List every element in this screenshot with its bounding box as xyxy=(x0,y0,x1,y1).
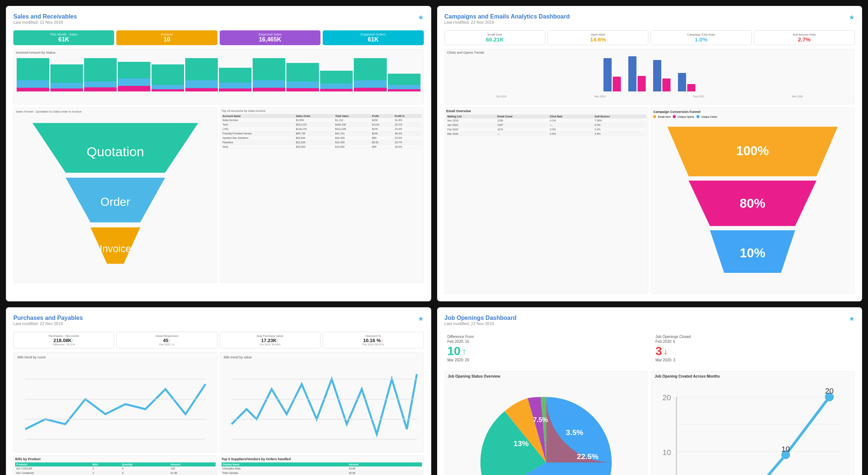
sales-funnel-box: Sales Funnel - Quotation to Sales order … xyxy=(13,107,217,283)
purchases-subtitle: Last modified: 22 Nov 2019 xyxy=(13,321,83,326)
svg-text:20: 20 xyxy=(825,387,834,395)
job-diff-sub-label: Feb 2020: 10 xyxy=(448,339,644,344)
job-closed-sub: Mar 2020: 3 xyxy=(655,358,852,362)
svg-text:22.5%: 22.5% xyxy=(576,452,598,461)
svg-text:Order: Order xyxy=(100,195,130,208)
bar-group xyxy=(286,58,319,91)
svg-text:10: 10 xyxy=(782,445,790,453)
campaigns-stat-0: Email Sent 60.21K xyxy=(445,30,545,45)
bar-group xyxy=(50,58,83,91)
job-diff-metric: Difference From Feb 2020: 10 10 ↑ Mar 20… xyxy=(445,332,647,365)
bar-group xyxy=(354,58,386,91)
table-row: A/C COOLER2422K xyxy=(15,466,216,471)
sales-bar-chart: Invoiced Amount by Status xyxy=(13,49,424,104)
campaigns-bar-chart-inner xyxy=(445,54,855,99)
table-row: LiTec$128,215$101,028$27K24.4% xyxy=(222,127,422,131)
campaigns-subtitle: Last modified: 22 Nov 2019 xyxy=(445,20,570,24)
bar-pair xyxy=(628,56,646,91)
purchases-bottom-row: Bills by Product Products Bills Quantity… xyxy=(13,455,424,475)
svg-text:20: 20 xyxy=(663,393,671,402)
bar-group xyxy=(118,58,150,91)
bar-group xyxy=(185,58,218,91)
job-diff-label: Difference From xyxy=(448,335,644,339)
table-row: Mar 2020—0.5%4.8% xyxy=(446,132,647,136)
table-row: Feb 202010740.3%0.2% xyxy=(446,127,647,132)
sales-chart-label: Invoiced Amount by Status xyxy=(14,49,423,54)
campaigns-bar-chart: Clicks and Opens Trends Oct 2019 Nov 201… xyxy=(445,49,855,104)
purchases-metrics-row: Purchases - this month 218.08K↑ Differen… xyxy=(13,332,424,348)
supplier-label: Top 5 Suppliers/Vendors by Orders handle… xyxy=(222,457,422,461)
job-diff-sub: Mar 2020: 20 xyxy=(448,358,644,362)
campaigns-title: Campaigns and Emails Analytics Dashboard xyxy=(445,13,570,20)
jobs-title: Job Openings Dashboard xyxy=(445,315,517,321)
sales-bottom-row: Sales Funnel - Quotation to Sales order … xyxy=(13,107,424,283)
table-row: Nov 201912360.1%7.56% xyxy=(446,118,647,123)
campaign-funnel-svg: 100% 80% 10% xyxy=(653,120,852,290)
jobs-card: Job Openings Dashboard Last modified: 22… xyxy=(437,307,862,475)
job-line-svg: 20 10 5 2 Dec 2019 Jan 2020 Feb 2020 Mar… xyxy=(655,381,851,475)
campaign-funnel-box: Campaign Conversion Funnel Email Sent Un… xyxy=(651,107,855,294)
svg-text:100%: 100% xyxy=(736,144,769,158)
purchases-charts-row: Bills trend by count Bills trend by valu… xyxy=(13,352,424,452)
purch-metric-0: Purchases - this month 218.08K↑ Differen… xyxy=(13,332,114,348)
job-pie-chart-box: Job Opening Status Overview xyxy=(445,371,648,475)
svg-text:10%: 10% xyxy=(740,246,765,260)
supplier-table-box: Top 5 Suppliers/Vendors by Orders handle… xyxy=(220,455,424,475)
purch-metric-1: Good Responses 45↑ Feb 2020: 12 xyxy=(116,332,217,348)
job-pie-svg: 13% 3.5% 22.5% 20% 43.5% 7.5% xyxy=(448,381,645,475)
sales-metric-1: Invoices 10 xyxy=(116,30,217,45)
svg-text:80%: 80% xyxy=(740,196,765,210)
sales-subtitle: Last modified: 22 Nov 2019 xyxy=(13,20,77,24)
sales-bar-chart-inner xyxy=(14,54,423,99)
svg-text:3.5%: 3.5% xyxy=(566,428,583,436)
bills-count-svg xyxy=(15,359,216,449)
sales-star-icon[interactable]: ★ xyxy=(418,13,424,21)
bar-pair xyxy=(653,60,671,91)
bar-group xyxy=(152,58,184,91)
bills-value-chart: Bills trend by value xyxy=(220,352,424,452)
svg-text:13%: 13% xyxy=(513,439,528,448)
campaigns-card: Campaigns and Emails Analytics Dashboard… xyxy=(437,6,862,301)
sales-metric-0: This Month - Sales 61K xyxy=(13,30,114,45)
table-row: Jan 20201097—0.0% xyxy=(446,123,647,127)
table-row: Bella Decima$1,500$1,210$29031.8% xyxy=(222,118,422,123)
campaigns-star-icon[interactable]: ★ xyxy=(849,13,855,21)
table-row: Tech$512,214$400,100$112K22.1% xyxy=(222,123,422,127)
svg-text:10: 10 xyxy=(663,448,671,456)
sales-metrics-row: This Month - Sales 61K Invoices 10 Expec… xyxy=(13,30,424,45)
campaign-funnel-label: Campaign Conversion Funnel xyxy=(653,110,852,114)
bills-table-box: Bills by Product Products Bills Quantity… xyxy=(13,455,217,475)
sales-table-label: Top 10 Accounts by Sales Invoice xyxy=(222,109,422,113)
sales-table: Account Name Sales Order Total Value Pro… xyxy=(222,114,422,149)
sales-funnel-label: Sales Funnel - Quotation to Sales order … xyxy=(16,110,82,113)
campaigns-stats-row: Email Sent 60.21K Open Rate 14.6% Campai… xyxy=(445,30,855,45)
jobs-star-icon[interactable]: ★ xyxy=(849,315,855,323)
purch-metric-2: Avg Purchase Value 17.23K↑ Oct 2019: 50.… xyxy=(220,332,320,348)
purch-metric-3: Discount % 10.16 %↓ Feb 2020: 60.87% xyxy=(323,332,423,348)
bar-group xyxy=(17,58,49,91)
job-pie-chart-title: Job Opening Status Overview xyxy=(448,374,645,378)
email-overview-table: Mailing List Email Count Click Rate Soft… xyxy=(446,114,647,136)
job-closed-metric: Job Openings Closed Feb 2020: 6 3 ↓ Mar … xyxy=(652,332,855,365)
job-closed-sub-label: Feb 2020: 6 xyxy=(655,339,852,344)
job-closed-label: Job Openings Closed xyxy=(655,335,852,339)
table-row: Friendly Provided Horses$65,750$41,781$2… xyxy=(222,131,422,136)
campaigns-stat-3: Soft Bounce Rate 2.7% xyxy=(754,30,855,45)
campaigns-stat-1: Open Rate 14.6% xyxy=(548,30,648,45)
job-charts-row: Job Opening Status Overview xyxy=(445,371,855,475)
table-row: Spotted Star Solutions$43,834$34,428$9K2… xyxy=(222,136,422,140)
bar-group xyxy=(219,58,252,91)
sales-metric-3: Expected Orders 61K xyxy=(323,30,423,45)
bar-pair xyxy=(603,58,621,91)
bills-product-label: Bills by Product xyxy=(15,457,216,461)
bar-pair xyxy=(678,73,695,91)
job-line-chart-title: Job Opening Created Across Months xyxy=(655,374,851,378)
bar-group xyxy=(320,58,353,91)
svg-text:Invoice: Invoice xyxy=(100,243,131,254)
job-diff-value: 10 ↑ xyxy=(448,344,644,358)
purchases-star-icon[interactable]: ★ xyxy=(418,315,424,323)
bills-count-chart: Bills trend by count xyxy=(13,352,217,452)
bills-count-label: Bills trend by count xyxy=(15,354,216,359)
purchases-card: Purchases and Payables Last modified: 22… xyxy=(6,307,431,475)
campaigns-stat-2: Campaign Click Rate 1.0% xyxy=(651,30,751,45)
